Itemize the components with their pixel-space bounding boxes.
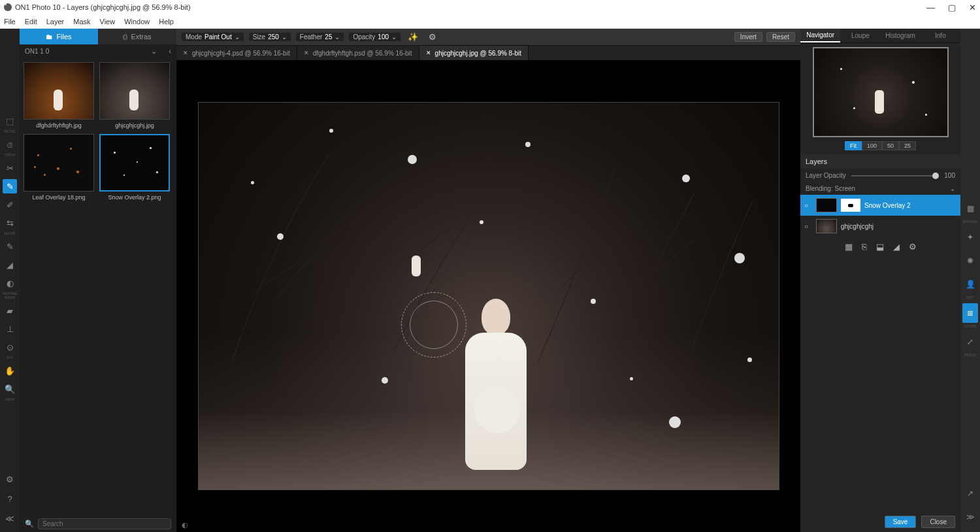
adjust-tool-icon[interactable]: ⇆ — [3, 216, 17, 230]
back-icon[interactable]: ‹ — [169, 47, 171, 56]
doc-tab-1[interactable]: ✕ghjcghjcghj-4.psd @ 56.9% 16-bit — [176, 46, 297, 60]
chevron-down-icon: ⌄ — [391, 33, 397, 41]
invert-button[interactable]: Invert — [734, 32, 762, 42]
masking-brush-tool-icon[interactable]: ✎ — [3, 179, 17, 193]
opacity-selector[interactable]: Opacity 100 ⌄ — [349, 33, 400, 41]
menu-help[interactable]: Help — [159, 18, 174, 25]
menu-window[interactable]: Window — [124, 18, 150, 25]
layer-opacity-value: 100 — [944, 172, 955, 179]
close-tab-icon[interactable]: ✕ — [183, 50, 188, 56]
visibility-eye-icon[interactable]: ○ — [804, 223, 812, 230]
layer-name-label: ghjcghjcghj — [841, 223, 874, 230]
save-button[interactable]: Save — [885, 516, 917, 528]
layer-mask-thumbnail[interactable] — [841, 199, 860, 212]
main-canvas[interactable] — [198, 102, 779, 490]
navigator-tab[interactable]: Navigator — [800, 29, 840, 42]
masking-bug-tool-icon[interactable]: ✐ — [3, 197, 17, 212]
resize-module-icon[interactable]: ⤢ — [962, 332, 978, 352]
breadcrumb-path[interactable]: ON1 1 0 — [25, 48, 49, 55]
loupe-tab[interactable]: Loupe — [840, 29, 880, 42]
edit-module-icon[interactable]: 👤 — [962, 274, 978, 294]
perfect-brush-icon[interactable]: ✨ — [406, 30, 420, 44]
files-tab[interactable]: 🖿Files — [20, 29, 98, 44]
layer-snow-overlay[interactable]: ○ Snow Overlay 2 — [800, 195, 960, 216]
zoom-50[interactable]: 50 — [882, 141, 899, 150]
collapse-left-icon[interactable]: ≪ — [3, 511, 17, 525]
scissors-tool-icon[interactable]: ✂ — [3, 161, 17, 175]
browser-panel: 🖿Files ⎙Extras ON1 1 0 ⌄‹ dfghdrftyhftgh… — [20, 29, 176, 532]
zoom-fit[interactable]: Fit — [845, 141, 862, 150]
thumbnail-image — [99, 62, 170, 120]
layer-thumbnail — [816, 198, 837, 212]
layer-base-image[interactable]: ○ ghjcghjcghj — [800, 216, 960, 237]
thumbnail-image — [24, 134, 94, 191]
help-icon[interactable]: ? — [3, 491, 17, 506]
fill-layer-icon[interactable]: ◢ — [893, 242, 900, 252]
menu-edit[interactable]: Edit — [25, 18, 37, 25]
zoom-100[interactable]: 100 — [862, 141, 882, 150]
red-eye-tool-icon[interactable]: ⊙ — [3, 340, 17, 354]
thumb-ghjcghjcghj[interactable]: ghjcghjcghj.jpg — [99, 62, 170, 129]
options-bar: Mode Paint Out ⌄ Size 250 ⌄ Feather 25 ⌄… — [176, 29, 800, 46]
layer-settings-gear-icon[interactable]: ⚙ — [909, 242, 917, 252]
thumb-dfghdrftyhftgh[interactable]: dfghdrftyhftgh.jpg — [24, 62, 94, 129]
chevron-down-icon[interactable]: ⌄ — [151, 47, 157, 56]
zoom-indicator-icon[interactable]: ◐ — [182, 521, 188, 529]
hand-tool-icon[interactable]: ✋ — [3, 363, 17, 378]
menu-layer[interactable]: Layer — [46, 18, 65, 25]
minimize-button[interactable]: — — [926, 3, 935, 12]
effects-module-icon[interactable]: ✺ — [962, 251, 978, 271]
browse-module-icon[interactable]: ▦ — [962, 199, 978, 218]
blur-tool-icon[interactable]: ◐ — [3, 276, 17, 290]
layers-module-icon[interactable]: ≣ — [962, 303, 978, 323]
collapse-right-icon[interactable]: ≫ — [962, 507, 978, 527]
visibility-eye-icon[interactable]: ○ — [804, 202, 812, 209]
quick-module-icon[interactable]: ✦ — [962, 227, 978, 247]
feather-selector[interactable]: Feather 25 ⌄ — [296, 33, 344, 41]
mode-selector[interactable]: Mode Paint Out ⌄ — [182, 33, 244, 41]
eraser-tool-icon[interactable]: ▰ — [3, 303, 17, 318]
close-tab-icon[interactable]: ✕ — [426, 50, 431, 56]
search-input[interactable] — [38, 518, 171, 529]
layer-name-label: Snow Overlay 2 — [864, 202, 911, 209]
chisel-tool-icon[interactable]: ◢ — [3, 258, 17, 272]
thumb-snow-overlay[interactable]: Snow Overlay 2.png — [99, 134, 170, 201]
gear-icon[interactable]: ⚙ — [425, 30, 440, 44]
merge-layer-icon[interactable]: ⬓ — [876, 242, 884, 252]
zoom-tool-icon[interactable]: 🔍 — [3, 382, 17, 396]
menu-mask[interactable]: Mask — [73, 18, 90, 25]
info-tab[interactable]: Info — [921, 29, 960, 42]
tool-strip: ⬚ MOVE ⟃ CROP ✂ ✎ ✐ ⇆ MASK ✎ ◢ ◐ REFINE … — [0, 29, 20, 532]
move-tool-icon[interactable]: ⬚ — [3, 114, 17, 128]
thumbnail-label: dfghdrftyhftgh.jpg — [36, 122, 82, 129]
refine-brush-icon[interactable]: ✎ — [3, 239, 17, 254]
doc-tab-2[interactable]: ✕dfghdrftyhftgh.psd @ 56.9% 16-bit — [297, 46, 419, 60]
navigator-preview[interactable] — [813, 47, 949, 137]
menu-view[interactable]: View — [100, 18, 116, 25]
settings-gear-icon[interactable]: ⚙ — [3, 472, 17, 486]
blending-selector[interactable]: Blending: Screen ⌄ — [800, 182, 960, 195]
doc-tab-label: dfghdrftyhftgh.psd @ 56.9% 16-bit — [313, 50, 412, 57]
duplicate-layer-icon[interactable]: ⎘ — [862, 242, 867, 252]
reset-button[interactable]: Reset — [766, 32, 795, 42]
histogram-tab[interactable]: Histogram — [881, 29, 921, 42]
extras-tab[interactable]: ⎙Extras — [98, 29, 176, 44]
thumb-leaf-overlay[interactable]: Leaf Overlay 18.png — [24, 134, 94, 201]
size-selector[interactable]: Size 250 ⌄ — [249, 33, 291, 41]
zoom-25[interactable]: 25 — [899, 141, 916, 150]
close-button[interactable]: Close — [921, 516, 955, 528]
layer-opacity-slider[interactable] — [851, 175, 939, 176]
doc-tab-label: ghjcghjcghj-4.psd @ 56.9% 16-bit — [192, 50, 290, 57]
new-layer-icon[interactable]: ▦ — [845, 242, 853, 252]
crop-tool-icon[interactable]: ⟃ — [3, 137, 17, 152]
close-tab-icon[interactable]: ✕ — [304, 50, 309, 56]
stamp-tool-icon[interactable]: ⊥ — [3, 322, 17, 336]
document-tabs: ✕ghjcghjcghj-4.psd @ 56.9% 16-bit ✕dfghd… — [176, 46, 800, 60]
share-icon[interactable]: ↗ — [962, 484, 978, 503]
close-window-button[interactable]: ✕ — [969, 3, 976, 12]
thumbnail-image — [99, 134, 170, 191]
menu-file[interactable]: File — [4, 18, 16, 25]
maximize-button[interactable]: ▢ — [948, 3, 956, 12]
navigator-panel: Fit 100 50 25 — [800, 43, 960, 154]
doc-tab-3[interactable]: ✕ghjcghjcghj.jpg @ 56.9% 8-bit — [419, 46, 529, 60]
